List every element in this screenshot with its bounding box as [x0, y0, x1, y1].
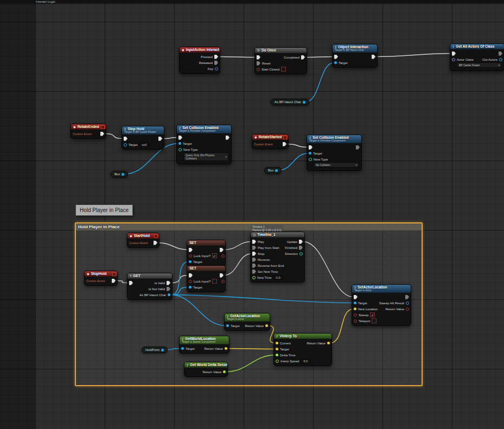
enum-dropdown[interactable]: No Collision▾: [314, 162, 359, 168]
node-get-world-delta-seconds[interactable]: ƒGet World Delta SecondsReturn Value: [184, 362, 228, 377]
value-field[interactable]: self: [139, 143, 149, 147]
vector-pin[interactable]: [225, 347, 227, 350]
value-field[interactable]: 0.0: [273, 276, 283, 280]
delegate-pin[interactable]: [112, 272, 116, 276]
exec-pin[interactable]: [252, 246, 256, 250]
wire-exec[interactable]: [375, 54, 452, 57]
node-box-1[interactable]: Box: [111, 171, 128, 177]
enum-pin[interactable]: [299, 252, 303, 255]
node-set-collision-2[interactable]: ƒSet Collision EnabledTarget is Primitiv…: [307, 135, 362, 171]
object-pin[interactable]: [189, 286, 192, 289]
node-object-interaction[interactable]: ƒObject InteractionTarget is BP Haunt Ch…: [332, 44, 378, 68]
node-set-lock-2[interactable]: SETLock Input?Target: [187, 265, 226, 292]
exec-pin[interactable]: [129, 281, 133, 285]
delegate-pin[interactable]: [154, 234, 158, 238]
exec-pin[interactable]: [214, 61, 218, 65]
exec-pin[interactable]: [252, 258, 256, 262]
vector-pin[interactable]: [354, 308, 356, 310]
object-pin[interactable]: [178, 142, 181, 145]
float-pin[interactable]: [276, 360, 279, 363]
vector-pin[interactable]: [276, 342, 278, 344]
exec-pin[interactable]: [257, 55, 260, 60]
vector-pin[interactable]: [276, 348, 278, 350]
node-stop-hold[interactable]: ƒStop HoldTarget is BP Castle FlowerTarg…: [122, 126, 164, 150]
bool-pin[interactable]: [354, 319, 357, 323]
exec-pin[interactable]: [154, 241, 157, 245]
bool-pin[interactable]: [354, 313, 357, 317]
object-pin[interactable]: [168, 293, 170, 296]
exec-pin[interactable]: [189, 248, 193, 252]
enum-dropdown[interactable]: Query Only (No Physics Collision)▾: [183, 152, 229, 161]
wire-object[interactable]: [305, 63, 334, 103]
object-pin[interactable]: [309, 152, 311, 155]
float-pin[interactable]: [252, 276, 256, 279]
wire-exec[interactable]: [218, 57, 257, 57]
exec-pin[interactable]: [309, 145, 312, 150]
node-rotate-started[interactable]: ◆RotateStartedCustom Event: [252, 134, 289, 149]
checkbox[interactable]: [212, 279, 217, 284]
object-pin[interactable]: [275, 169, 278, 172]
checkbox[interactable]: ✓: [212, 253, 217, 258]
exec-pin[interactable]: [372, 55, 375, 59]
node-stop-hold-event[interactable]: ◆StopHoldCustom Event: [84, 271, 118, 286]
struct-pin[interactable]: [406, 302, 409, 305]
wire-exec[interactable]: [104, 134, 124, 139]
exec-pin[interactable]: [167, 287, 170, 291]
exec-pin[interactable]: [220, 248, 224, 252]
bool-pin[interactable]: [189, 280, 192, 283]
exec-pin[interactable]: [356, 145, 360, 150]
exec-pin[interactable]: [252, 240, 256, 244]
exec-pin[interactable]: [214, 55, 218, 59]
class-pin[interactable]: [452, 58, 455, 61]
node-do-once[interactable]: ⟳Do OnceCompletedResetStart Closed: [254, 47, 307, 74]
exec-pin[interactable]: [252, 264, 256, 268]
enum-pin[interactable]: [309, 158, 312, 161]
float-pin[interactable]: [276, 354, 278, 356]
delegate-pin[interactable]: [101, 125, 105, 129]
delegate-pin[interactable]: [283, 136, 287, 139]
node-get-world-location[interactable]: ƒGetWorldLocationTarget is Scene Compone…: [179, 336, 229, 354]
node-vinterp-to[interactable]: ƒVInterp ToCurrentReturn ValueTargetDelt…: [273, 333, 332, 366]
enum-dropdown[interactable]: BP Castle Flower▾: [457, 62, 502, 68]
object-pin[interactable]: [161, 349, 164, 351]
node-set-actor-location[interactable]: ƒSetActorLocationTarget is ActorTargetSw…: [352, 284, 411, 326]
node-get-actor-location[interactable]: ƒGetActorLocationTarget is ActorTargetRe…: [224, 313, 270, 331]
object-pin[interactable]: [226, 324, 229, 327]
exec-pin[interactable]: [226, 136, 229, 140]
node-start-hold[interactable]: ◆StartHoldCustom Event: [127, 233, 160, 248]
checkbox[interactable]: ✓: [370, 312, 375, 317]
node-as-bp-haunt-char[interactable]: As BP Haunt Char: [271, 99, 309, 105]
node-set-lock-1[interactable]: SETLock Input?✓Target: [187, 240, 226, 267]
node-rotate-ended[interactable]: ◆RotateEndedCustom Event: [71, 124, 106, 139]
wire-object[interactable]: [278, 153, 309, 171]
exec-pin[interactable]: [499, 52, 502, 56]
exec-pin[interactable]: [112, 279, 116, 283]
float-pin[interactable]: [223, 370, 226, 373]
node-set-collision-1[interactable]: ƒSet Collision EnabledTarget is Primitiv…: [176, 125, 232, 164]
exec-pin[interactable]: [178, 136, 182, 140]
vector-pin[interactable]: [327, 342, 330, 344]
exec-pin[interactable]: [167, 281, 170, 285]
exec-pin[interactable]: [299, 246, 303, 250]
object-pin[interactable]: [189, 260, 192, 263]
node-get-valid[interactable]: ?GETIs ValidIs Not ValidAs BP Haunt Char: [127, 273, 173, 300]
object-pin[interactable]: [499, 58, 502, 61]
object-pin[interactable]: [334, 61, 337, 64]
vector-pin[interactable]: [265, 324, 268, 327]
bool-pin[interactable]: [406, 308, 409, 311]
bool-pin[interactable]: [189, 254, 192, 258]
node-hold-point[interactable]: HoldPoint: [142, 347, 168, 353]
exec-pin[interactable]: [354, 295, 358, 299]
value-field[interactable]: 5.0: [301, 359, 310, 363]
comment-title[interactable]: Hold Player in Place: [76, 223, 422, 230]
exec-pin[interactable]: [124, 137, 127, 141]
bool-pin[interactable]: [221, 254, 225, 258]
exec-pin[interactable]: [283, 142, 286, 146]
exec-pin[interactable]: [405, 295, 409, 299]
wire-exec[interactable]: [305, 57, 334, 57]
struct-pin[interactable]: [215, 67, 218, 71]
exec-pin[interactable]: [252, 270, 256, 274]
exec-pin[interactable]: [220, 273, 224, 278]
exec-pin[interactable]: [252, 252, 256, 256]
object-pin[interactable]: [122, 173, 124, 176]
